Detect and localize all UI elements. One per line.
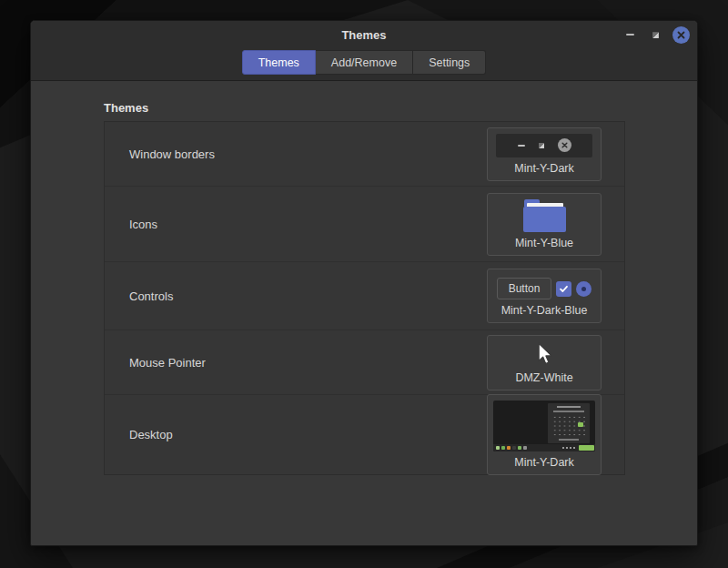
- minimize-icon: [626, 34, 634, 36]
- row-label: Desktop: [129, 428, 173, 441]
- cursor-thumbnail: [537, 341, 552, 367]
- radio-selected-icon: [576, 281, 592, 297]
- maximize-icon: [652, 31, 660, 39]
- theme-name: Mint-Y-Blue: [515, 237, 573, 249]
- row-desktop: Desktop: [105, 395, 624, 474]
- calendar-applet-thumbnail: [548, 403, 590, 443]
- folder-icon: [523, 199, 566, 232]
- panel-launcher-icons: [496, 446, 527, 450]
- desktop: { "window": { "title": "Themes" }, "tabs…: [0, 0, 728, 568]
- titlebar[interactable]: Themes: [31, 21, 697, 48]
- row-mouse-pointer: Mouse Pointer DMZ-White: [105, 330, 624, 395]
- tab-themes[interactable]: Themes: [242, 50, 316, 75]
- desktop-preview-button[interactable]: Mint-Y-Dark: [487, 394, 602, 475]
- section-header: Themes: [104, 101, 697, 115]
- window-title: Themes: [31, 21, 697, 50]
- panel-thumbnail: [493, 444, 595, 451]
- theme-name: DMZ-White: [515, 371, 572, 384]
- row-icons: Icons Mint-Y-Blue: [105, 187, 624, 262]
- content-area: Themes Window borders: [31, 81, 697, 475]
- window-header: Themes Themes A: [31, 21, 697, 81]
- mouse-pointer-preview-button[interactable]: DMZ-White: [487, 335, 602, 390]
- themes-window: Themes Themes A: [30, 20, 698, 546]
- close-button[interactable]: [672, 26, 690, 44]
- minimize-button[interactable]: [622, 26, 639, 44]
- desktop-thumbnail: [493, 401, 595, 451]
- icons-preview-button[interactable]: Mint-Y-Blue: [487, 193, 602, 256]
- row-label: Mouse Pointer: [129, 356, 206, 370]
- tab-add-remove[interactable]: Add/Remove: [316, 50, 413, 75]
- controls-thumbnail: Button: [497, 278, 592, 299]
- panel-clock-highlight: [579, 445, 594, 451]
- maximize-icon: [538, 142, 545, 149]
- maximize-button[interactable]: [647, 26, 664, 44]
- tab-bar: Themes Add/Remove Settings: [31, 50, 697, 75]
- window-controls: [622, 21, 690, 48]
- theme-name: Mint-Y-Dark: [514, 456, 574, 469]
- theme-name: Mint-Y-Dark: [514, 162, 574, 175]
- row-label: Icons: [129, 218, 157, 231]
- arrow-cursor-icon: [537, 342, 552, 366]
- row-controls: Controls Button Mint-Y-Dark-Blue: [105, 262, 624, 330]
- theme-name: Mint-Y-Dark-Blue: [501, 304, 588, 317]
- minimize-icon: [518, 145, 525, 147]
- close-icon: [677, 31, 685, 39]
- selected-day-highlight: [578, 422, 583, 427]
- row-window-borders: Window borders Mi: [105, 122, 624, 187]
- row-label: Controls: [129, 289, 173, 303]
- controls-preview-button[interactable]: Button Mint-Y-Dark-Blue: [487, 269, 602, 323]
- sample-button: Button: [497, 278, 552, 299]
- themes-list: Window borders Mi: [104, 121, 625, 475]
- panel-tray-icons: [562, 445, 594, 451]
- window-border-thumbnail: [496, 134, 592, 157]
- row-label: Window borders: [129, 147, 215, 161]
- window-borders-preview-button[interactable]: Mint-Y-Dark: [487, 127, 602, 181]
- checkbox-checked-icon: [556, 281, 571, 297]
- close-icon: [558, 138, 571, 152]
- tab-settings[interactable]: Settings: [413, 50, 486, 75]
